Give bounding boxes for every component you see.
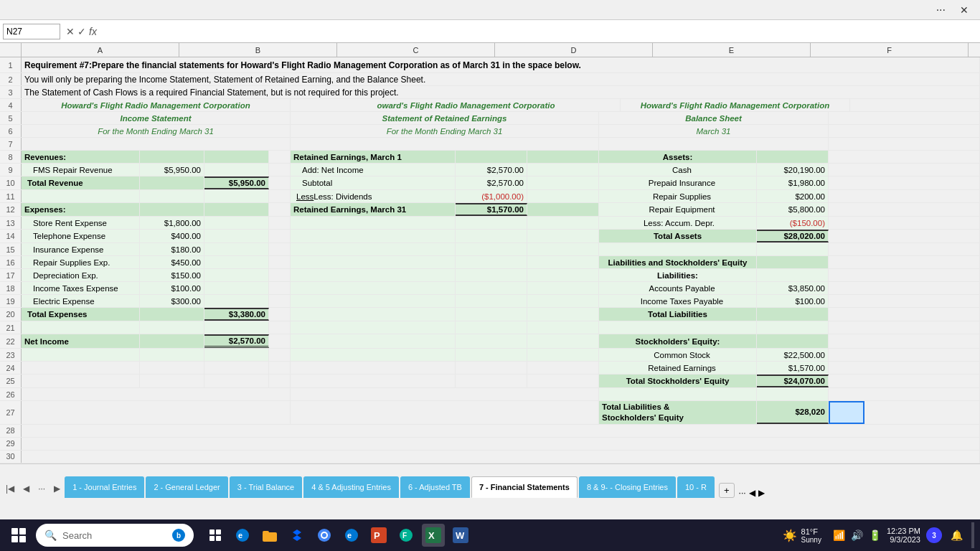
chrome-icon[interactable] [313, 524, 336, 547]
total-expenses-value: $3,380.00 [204, 308, 269, 321]
is-c15 [204, 243, 269, 255]
tab-1-journal-entries[interactable]: 1 - Journal Entries [65, 476, 144, 498]
file-explorer-icon[interactable] [258, 524, 281, 547]
col-header-e[interactable]: E [653, 43, 811, 57]
weather-info: 81°F Sunny [801, 527, 821, 544]
show-desktop-button[interactable] [971, 522, 974, 548]
tab-navigation: |◀ ◀ ··· ▶ [3, 482, 63, 498]
row-num-12: 12 [0, 203, 22, 216]
tab-nav-prev[interactable]: ◀ [20, 482, 32, 495]
powerpoint-icon[interactable]: P [367, 524, 390, 547]
is-company-name: Howard's Flight Radio Management Corpora… [22, 99, 291, 111]
close-button[interactable]: ✕ [954, 3, 974, 17]
table-row: 18 Income Taxes Expense $100.00 Accounts… [0, 282, 980, 295]
re-e16 [291, 256, 456, 268]
less-dividends-label: LessLess: Dividends [291, 190, 456, 202]
is-b10 [140, 176, 204, 189]
volume-icon[interactable]: 🔊 [851, 529, 863, 541]
sheet-body[interactable]: 1 Requirement #7: Prepare the financial … [0, 57, 980, 463]
table-row: 12 Expenses: Retained Earnings, March 31… [0, 203, 980, 217]
re-f18 [456, 282, 527, 294]
name-box[interactable]: N27 [3, 24, 60, 39]
col-header-d[interactable]: D [495, 43, 653, 57]
tab-scroll-left[interactable]: ··· [739, 488, 746, 498]
is-27 [22, 401, 291, 424]
tab-2-general-ledger[interactable]: 2 - General Ledger [146, 476, 227, 498]
tab-scroll-right2[interactable]: ▶ [758, 488, 765, 498]
re-g25 [527, 375, 599, 387]
search-bar[interactable]: 🔍 Search b [36, 524, 194, 547]
table-row: 21 [0, 321, 980, 334]
app-icon-1[interactable]: F [395, 524, 418, 547]
is-d11 [269, 190, 291, 202]
battery-icon[interactable]: 🔋 [869, 529, 881, 541]
edge-icon[interactable]: e [231, 524, 254, 547]
tab-nav-next[interactable]: ▶ [51, 482, 63, 495]
requirement-text3-cell: The Statement of Cash Flows is a require… [22, 86, 980, 98]
bs-company-name: Howard's Flight Radio Management Corpora… [621, 99, 850, 111]
insert-function-icon[interactable]: fx [89, 26, 97, 37]
start-button[interactable] [6, 522, 32, 548]
row-num-15: 15 [0, 243, 22, 255]
formula-icons: ✕ ✓ fx [63, 26, 100, 37]
is-a21 [22, 321, 140, 334]
is-c13 [204, 217, 269, 229]
row-num-4: 4 [0, 99, 22, 111]
tab-8-closing-entries[interactable]: 8 & 9- - Closing Entries [579, 476, 676, 498]
subtotal-label: Subtotal [291, 176, 456, 189]
tab-6-adjusted-tb[interactable]: 6 - Adjusted TB [400, 476, 470, 498]
tab-nav-prev-prev[interactable]: |◀ [3, 482, 17, 495]
window-menu-dots[interactable]: ··· [936, 4, 946, 17]
re-f14 [456, 230, 527, 242]
weather-widget[interactable]: ☀️ 81°F Sunny [783, 527, 821, 544]
bs-i20 [757, 308, 829, 321]
tab-7-financial-statements[interactable]: 7 - Financial Statements [471, 476, 578, 498]
add-sheet-button[interactable]: + [719, 483, 735, 498]
tab-scroll-right[interactable]: ◀ [749, 488, 755, 498]
notification-icon[interactable]: 🔔 [951, 529, 963, 541]
col-header-f[interactable]: F [811, 43, 969, 57]
table-row: 17 Depreciation Exp. $150.00 Liabilities… [0, 269, 980, 282]
tab-scroll-controls: ··· ◀ ▶ [739, 488, 765, 498]
cancel-formula-icon[interactable]: ✕ [66, 26, 75, 37]
bs-period: March 31 [599, 125, 829, 137]
edge2-icon[interactable]: e [340, 524, 363, 547]
weather-desc: Sunny [801, 536, 821, 544]
total-stockholders-equity-value: $24,070.00 [757, 375, 829, 387]
fms-amount: $5,950.00 [140, 164, 204, 176]
task-view-icon[interactable] [204, 524, 227, 547]
is-c12 [204, 203, 269, 216]
row-num-27: 27 [0, 401, 22, 424]
svg-marker-8 [293, 529, 301, 541]
col-header-c[interactable]: C [337, 43, 495, 57]
is-d17 [269, 269, 291, 281]
formula-bar: N27 ✕ ✓ fx [0, 20, 980, 43]
tab-4-adjusting-entries[interactable]: 4 & 5 Adjusting Entries [303, 476, 399, 498]
net-income-value: $2,570.00 [204, 334, 269, 348]
is-d22 [269, 334, 291, 348]
tab-10[interactable]: 10 - R [677, 476, 715, 498]
formula-input[interactable] [103, 26, 977, 37]
excel-icon[interactable]: X [422, 524, 445, 547]
taskbar-right: ☀️ 81°F Sunny 📶 🔊 🔋 12:23 PM 9/3/2023 3 … [783, 522, 974, 548]
requirement-text-cell[interactable]: Requirement #7: Prepare the financial st… [22, 57, 980, 72]
tab-nav-dots[interactable]: ··· [35, 482, 48, 495]
selected-cell-n27[interactable] [829, 401, 864, 424]
col-header-a[interactable]: A [22, 43, 179, 57]
row-num-header [0, 43, 22, 57]
tab-3-trial-balance[interactable]: 3 - Trial Balance [230, 476, 302, 498]
add-net-income-value: $2,570.00 [456, 164, 527, 176]
col-header-b[interactable]: B [179, 43, 337, 57]
is-d15 [269, 243, 291, 255]
re-g13 [527, 217, 599, 229]
word-icon[interactable]: W [449, 524, 472, 547]
network-icon[interactable]: 📶 [833, 529, 845, 541]
dropbox-icon[interactable] [286, 524, 308, 547]
less-accum-label: Less: Accum. Depr. [599, 217, 757, 229]
re-e18 [291, 282, 456, 294]
calendar-badge[interactable]: 3 [926, 527, 942, 543]
col-header-g[interactable]: G [969, 43, 980, 57]
confirm-formula-icon[interactable]: ✓ [77, 26, 86, 37]
is-c9 [204, 164, 269, 176]
clock[interactable]: 12:23 PM 9/3/2023 [887, 527, 920, 544]
